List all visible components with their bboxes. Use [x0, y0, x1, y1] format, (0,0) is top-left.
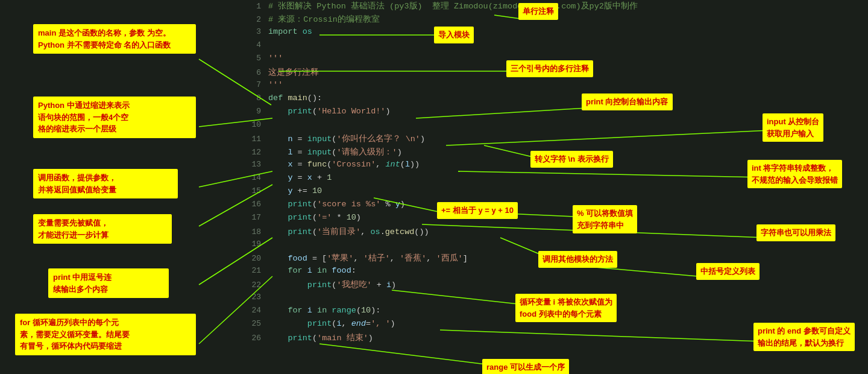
code-line-22: 22 print('我想吃' + i) — [247, 279, 868, 292]
annotation-print-output: print 向控制台输出内容 — [582, 94, 673, 110]
code-line-3: 3 import os — [247, 27, 868, 40]
annotation-for-loop: for 循环遍历列表中的每个元素，需要定义循环变量。结尾要有冒号，循环体内代码要… — [15, 314, 196, 355]
annotation-var-assign: 变量需要先被赋值，才能进行进一步计算 — [33, 214, 172, 244]
annotation-multiline-comment: 三个引号内的多行注释 — [506, 60, 593, 77]
annotation-print-comma: print 中用逗号连续输出多个内容 — [48, 268, 169, 298]
annotation-escape-char: 转义字符 \n 表示换行 — [530, 151, 613, 168]
annotation-percent-fill: % 可以将数值填充到字符串中 — [573, 205, 637, 233]
annotation-call-module: 调用其他模块的方法 — [538, 251, 617, 268]
code-line-4: 4 — [247, 40, 868, 53]
code-line-17: 17 print('=' * 10) — [247, 212, 868, 226]
annotation-input-desc: input 从控制台获取用户输入 — [763, 113, 823, 142]
annotation-plus-equal: += 相当于 y = y + 10 — [437, 202, 518, 219]
code-line-8: 8 def main(): — [247, 93, 868, 106]
code-line-16: 16 print('score is %s' % y) — [247, 199, 868, 212]
annotation-import-module: 导入模块 — [434, 27, 474, 43]
annotation-list-define: 中括号定义列表 — [696, 263, 760, 280]
annotation-loop-var: 循环变量 i 将被依次赋值为food 列表中的每个元素 — [515, 294, 617, 322]
code-line-7: 7 ''' — [247, 80, 868, 93]
annotation-single-comment: 单行注释 — [518, 3, 558, 20]
annotation-indent: Python 中通过缩进来表示语句块的范围，一般4个空格的缩进表示一个层级 — [33, 97, 196, 138]
annotation-main-func: main 是这个函数的名称，参数 为空。Python 并不需要特定命 名的入口函… — [33, 24, 196, 54]
annotation-range-desc: range 可以生成一个序 — [482, 359, 569, 374]
annotation-end-param: print 的 end 参数可自定义输出的结尾，默认为换行 — [753, 323, 855, 351]
annotation-call-func: 调用函数，提供参数，并将返回值赋值给变量 — [33, 169, 178, 198]
annotation-int-convert: int 将字符串转成整数，不规范的输入会导致报错 — [747, 160, 842, 188]
annotation-string-multiply: 字符串也可以用乘法 — [756, 224, 835, 241]
